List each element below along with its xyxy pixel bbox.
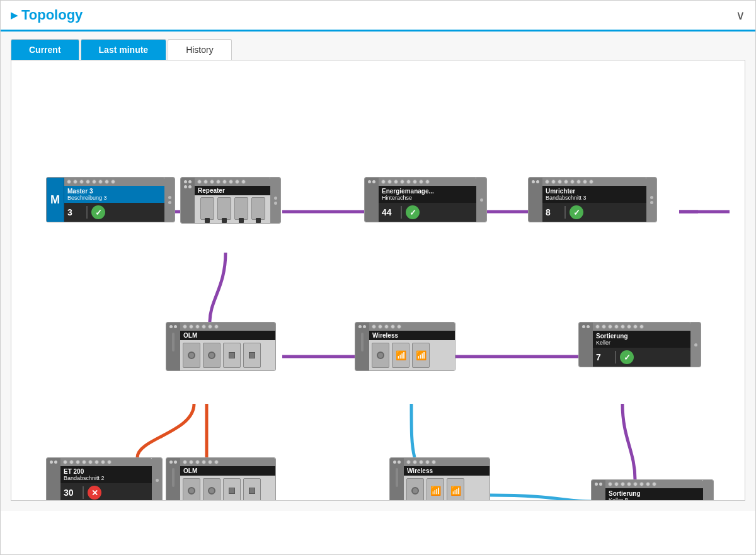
device-wireless2[interactable]: Wireless 📶 📶: [389, 457, 490, 501]
device-number-umrichter1: 8: [546, 207, 561, 217]
device-name-sortierungB: Sortierung: [609, 490, 700, 497]
screen-sortierungB: Sortierung Keller B: [605, 488, 703, 501]
device-bottom-master3: 3 ✓: [64, 203, 164, 222]
screen-master3: Master 3 Beschreibung 3: [64, 186, 164, 203]
device-name-sortierung1: Sortierung: [596, 333, 687, 340]
device-olm2[interactable]: OLM: [166, 457, 276, 501]
tab-last-minute[interactable]: Last minute: [81, 39, 167, 60]
status-ok-energy1: ✓: [406, 205, 420, 219]
status-ok-sortierung1: ✓: [620, 350, 634, 364]
device-name-master3: Master 3: [67, 188, 161, 195]
tabs-bar: Current Last minute History: [11, 39, 745, 60]
device-wireless1[interactable]: Wireless 📶 📶: [355, 322, 455, 371]
status-ok-umrichter1: ✓: [570, 205, 583, 219]
device-name-umrichter1: Umrichter: [546, 188, 643, 195]
device-name-wireless1: Wireless: [369, 331, 455, 340]
master-icon: M: [47, 178, 64, 222]
status-error-et200: ✕: [88, 486, 101, 500]
device-name-repeater1: Repeater: [195, 186, 270, 195]
content-area: Current Last minute History: [1, 31, 755, 511]
device-bottom-sortierung1: 7 ✓: [593, 348, 690, 367]
device-name-et200: ET 200: [64, 468, 149, 475]
device-et200[interactable]: ET 200 Bandabschnitt 2 30 ✕: [46, 457, 163, 501]
device-sortierung1[interactable]: Sortierung Keller 7 ✓: [578, 322, 701, 367]
device-name-energy1: Energiemanage...: [382, 188, 473, 195]
screen-umrichter1: Umrichter Bandabschnitt 3: [542, 186, 646, 203]
device-bottom-umrichter1: 8 ✓: [542, 203, 646, 222]
device-repeater1[interactable]: Repeater: [180, 177, 281, 224]
device-desc-master3: Beschreibung 3: [67, 195, 161, 201]
connections-svg: [11, 60, 745, 500]
device-bottom-et200: 30 ✕: [60, 483, 152, 501]
device-number-energy1: 44: [382, 207, 397, 217]
device-desc-sortierung1: Keller: [596, 340, 687, 346]
device-olm1[interactable]: OLM: [166, 322, 276, 371]
collapse-icon[interactable]: ∨: [736, 8, 745, 23]
device-number-master3: 3: [67, 207, 83, 217]
pin-row-master3: [64, 178, 164, 186]
device-desc-energy1: Hinterachse: [382, 195, 473, 201]
device-name-olm2: OLM: [180, 466, 275, 476]
device-number-sortierung1: 7: [596, 352, 611, 362]
device-number-et200: 30: [64, 488, 79, 498]
screen-energy1: Energiemanage... Hinterachse: [379, 186, 476, 203]
main-container: Topology ∨ Current Last minute History: [0, 0, 756, 555]
device-desc-umrichter1: Bandabschnitt 3: [546, 195, 643, 201]
screen-et200: ET 200 Bandabschnitt 2: [60, 466, 152, 483]
topology-header: Topology ∨: [1, 1, 755, 31]
status-ok-master3: ✓: [91, 205, 105, 219]
tab-history[interactable]: History: [168, 39, 232, 60]
device-master3[interactable]: M Master 3 Beschreibung 3 3: [46, 177, 175, 222]
device-name-wireless2: Wireless: [404, 466, 490, 476]
device-umrichter1[interactable]: Umrichter Bandabschnitt 3 8 ✓: [528, 177, 657, 222]
device-sortierungB[interactable]: Sortierung Keller B 9 ✓: [591, 479, 714, 501]
device-desc-sortierungB: Keller B: [609, 497, 700, 501]
topology-diagram: M Master 3 Beschreibung 3 3: [11, 60, 745, 501]
screen-sortierung1: Sortierung Keller: [593, 331, 690, 348]
tab-current[interactable]: Current: [11, 39, 79, 60]
page-title: Topology: [11, 7, 83, 23]
device-desc-et200: Bandabschnitt 2: [64, 475, 149, 481]
device-bottom-energy1: 44 ✓: [379, 203, 476, 222]
device-energy1[interactable]: Energiemanage... Hinterachse 44 ✓: [364, 177, 487, 222]
device-name-olm1: OLM: [180, 331, 275, 340]
